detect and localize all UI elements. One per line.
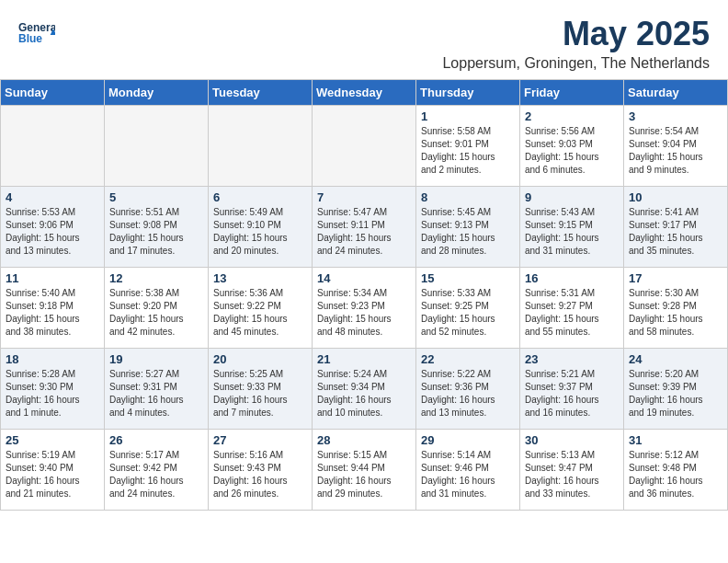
day-info: Sunrise: 5:56 AM Sunset: 9:03 PM Dayligh… — [525, 125, 619, 177]
day-info: Sunrise: 5:41 AM Sunset: 9:17 PM Dayligh… — [629, 206, 722, 258]
day-info: Sunrise: 5:49 AM Sunset: 9:10 PM Dayligh… — [213, 206, 307, 258]
day-info: Sunrise: 5:21 AM Sunset: 9:37 PM Dayligh… — [525, 368, 619, 419]
calendar-cell: 5Sunrise: 5:51 AM Sunset: 9:08 PM Daylig… — [105, 187, 209, 268]
day-number: 31 — [629, 433, 722, 447]
day-number: 11 — [6, 271, 99, 285]
page-header: General Blue May 2025 Loppersum, Groning… — [0, 0, 728, 79]
calendar-cell: 18Sunrise: 5:28 AM Sunset: 9:30 PM Dayli… — [1, 349, 105, 430]
day-of-week-header: Wednesday — [313, 80, 416, 106]
day-info: Sunrise: 5:36 AM Sunset: 9:22 PM Dayligh… — [213, 287, 307, 339]
day-info: Sunrise: 5:43 AM Sunset: 9:15 PM Dayligh… — [525, 206, 619, 258]
calendar-cell: 28Sunrise: 5:15 AM Sunset: 9:44 PM Dayli… — [313, 430, 416, 511]
day-number: 6 — [213, 190, 307, 204]
day-info: Sunrise: 5:28 AM Sunset: 9:30 PM Dayligh… — [6, 368, 99, 419]
day-number: 8 — [421, 190, 515, 204]
calendar-cell: 22Sunrise: 5:22 AM Sunset: 9:36 PM Dayli… — [416, 349, 520, 430]
day-number: 22 — [421, 352, 515, 366]
day-number: 12 — [109, 271, 203, 285]
calendar-cell — [209, 106, 313, 187]
day-number: 13 — [213, 271, 307, 285]
day-number: 10 — [629, 190, 722, 204]
day-number: 1 — [421, 109, 515, 123]
day-info: Sunrise: 5:24 AM Sunset: 9:34 PM Dayligh… — [317, 368, 411, 419]
day-number: 20 — [213, 352, 307, 366]
calendar-cell: 4Sunrise: 5:53 AM Sunset: 9:06 PM Daylig… — [1, 187, 105, 268]
calendar-week-row: 1Sunrise: 5:58 AM Sunset: 9:01 PM Daylig… — [1, 106, 728, 187]
calendar-cell: 1Sunrise: 5:58 AM Sunset: 9:01 PM Daylig… — [416, 106, 520, 187]
calendar-cell: 23Sunrise: 5:21 AM Sunset: 9:37 PM Dayli… — [520, 349, 624, 430]
logo: General Blue — [18, 15, 59, 52]
day-info: Sunrise: 5:15 AM Sunset: 9:44 PM Dayligh… — [317, 449, 411, 500]
day-number: 25 — [6, 433, 99, 447]
day-number: 29 — [421, 433, 515, 447]
calendar-cell: 17Sunrise: 5:30 AM Sunset: 9:28 PM Dayli… — [624, 268, 728, 349]
svg-text:Blue: Blue — [18, 32, 42, 45]
day-number: 14 — [317, 271, 411, 285]
day-info: Sunrise: 5:53 AM Sunset: 9:06 PM Dayligh… — [6, 206, 99, 258]
calendar-cell: 3Sunrise: 5:54 AM Sunset: 9:04 PM Daylig… — [624, 106, 728, 187]
day-info: Sunrise: 5:19 AM Sunset: 9:40 PM Dayligh… — [6, 449, 99, 500]
day-info: Sunrise: 5:34 AM Sunset: 9:23 PM Dayligh… — [317, 287, 411, 339]
day-info: Sunrise: 5:27 AM Sunset: 9:31 PM Dayligh… — [109, 368, 203, 419]
day-of-week-header: Monday — [105, 80, 209, 106]
day-of-week-header: Tuesday — [209, 80, 313, 106]
day-number: 24 — [629, 352, 722, 366]
location-title: Loppersum, Groningen, The Netherlands — [442, 55, 710, 72]
title-block: May 2025 Loppersum, Groningen, The Nethe… — [442, 15, 710, 72]
calendar-cell — [1, 106, 105, 187]
day-number: 4 — [6, 190, 99, 204]
day-info: Sunrise: 5:13 AM Sunset: 9:47 PM Dayligh… — [525, 449, 619, 500]
day-number: 9 — [525, 190, 619, 204]
day-number: 23 — [525, 352, 619, 366]
day-number: 27 — [213, 433, 307, 447]
calendar-cell: 8Sunrise: 5:45 AM Sunset: 9:13 PM Daylig… — [416, 187, 520, 268]
calendar-week-row: 25Sunrise: 5:19 AM Sunset: 9:40 PM Dayli… — [1, 430, 728, 511]
calendar-cell: 20Sunrise: 5:25 AM Sunset: 9:33 PM Dayli… — [209, 349, 313, 430]
day-info: Sunrise: 5:20 AM Sunset: 9:39 PM Dayligh… — [629, 368, 722, 419]
day-info: Sunrise: 5:16 AM Sunset: 9:43 PM Dayligh… — [213, 449, 307, 500]
day-info: Sunrise: 5:58 AM Sunset: 9:01 PM Dayligh… — [421, 125, 515, 177]
calendar-cell: 27Sunrise: 5:16 AM Sunset: 9:43 PM Dayli… — [209, 430, 313, 511]
day-info: Sunrise: 5:51 AM Sunset: 9:08 PM Dayligh… — [109, 206, 203, 258]
calendar-cell: 6Sunrise: 5:49 AM Sunset: 9:10 PM Daylig… — [209, 187, 313, 268]
calendar-cell: 30Sunrise: 5:13 AM Sunset: 9:47 PM Dayli… — [520, 430, 624, 511]
day-number: 21 — [317, 352, 411, 366]
calendar-cell: 13Sunrise: 5:36 AM Sunset: 9:22 PM Dayli… — [209, 268, 313, 349]
day-info: Sunrise: 5:47 AM Sunset: 9:11 PM Dayligh… — [317, 206, 411, 258]
calendar-cell: 29Sunrise: 5:14 AM Sunset: 9:46 PM Dayli… — [416, 430, 520, 511]
day-info: Sunrise: 5:25 AM Sunset: 9:33 PM Dayligh… — [213, 368, 307, 419]
day-number: 7 — [317, 190, 411, 204]
day-info: Sunrise: 5:14 AM Sunset: 9:46 PM Dayligh… — [421, 449, 515, 500]
calendar-week-row: 11Sunrise: 5:40 AM Sunset: 9:18 PM Dayli… — [1, 268, 728, 349]
calendar-cell: 16Sunrise: 5:31 AM Sunset: 9:27 PM Dayli… — [520, 268, 624, 349]
calendar-cell: 24Sunrise: 5:20 AM Sunset: 9:39 PM Dayli… — [624, 349, 728, 430]
calendar-week-row: 4Sunrise: 5:53 AM Sunset: 9:06 PM Daylig… — [1, 187, 728, 268]
calendar-table: SundayMondayTuesdayWednesdayThursdayFrid… — [0, 79, 728, 511]
calendar-cell: 11Sunrise: 5:40 AM Sunset: 9:18 PM Dayli… — [1, 268, 105, 349]
calendar-cell: 9Sunrise: 5:43 AM Sunset: 9:15 PM Daylig… — [520, 187, 624, 268]
calendar-cell: 15Sunrise: 5:33 AM Sunset: 9:25 PM Dayli… — [416, 268, 520, 349]
month-title: May 2025 — [442, 15, 710, 53]
calendar-cell — [105, 106, 209, 187]
calendar-cell: 10Sunrise: 5:41 AM Sunset: 9:17 PM Dayli… — [624, 187, 728, 268]
day-of-week-header: Sunday — [1, 80, 105, 106]
calendar-cell: 21Sunrise: 5:24 AM Sunset: 9:34 PM Dayli… — [313, 349, 416, 430]
calendar-cell: 19Sunrise: 5:27 AM Sunset: 9:31 PM Dayli… — [105, 349, 209, 430]
day-info: Sunrise: 5:31 AM Sunset: 9:27 PM Dayligh… — [525, 287, 619, 339]
calendar-cell: 7Sunrise: 5:47 AM Sunset: 9:11 PM Daylig… — [313, 187, 416, 268]
day-info: Sunrise: 5:33 AM Sunset: 9:25 PM Dayligh… — [421, 287, 515, 339]
day-info: Sunrise: 5:30 AM Sunset: 9:28 PM Dayligh… — [629, 287, 722, 339]
day-number: 2 — [525, 109, 619, 123]
day-info: Sunrise: 5:45 AM Sunset: 9:13 PM Dayligh… — [421, 206, 515, 258]
calendar-cell: 14Sunrise: 5:34 AM Sunset: 9:23 PM Dayli… — [313, 268, 416, 349]
calendar-cell: 31Sunrise: 5:12 AM Sunset: 9:48 PM Dayli… — [624, 430, 728, 511]
day-number: 30 — [525, 433, 619, 447]
calendar-header-row: SundayMondayTuesdayWednesdayThursdayFrid… — [1, 80, 728, 106]
day-info: Sunrise: 5:40 AM Sunset: 9:18 PM Dayligh… — [6, 287, 99, 339]
day-of-week-header: Saturday — [624, 80, 728, 106]
day-number: 3 — [629, 109, 722, 123]
calendar-cell: 26Sunrise: 5:17 AM Sunset: 9:42 PM Dayli… — [105, 430, 209, 511]
day-info: Sunrise: 5:54 AM Sunset: 9:04 PM Dayligh… — [629, 125, 722, 177]
logo-icon: General Blue — [18, 15, 55, 52]
day-of-week-header: Friday — [520, 80, 624, 106]
